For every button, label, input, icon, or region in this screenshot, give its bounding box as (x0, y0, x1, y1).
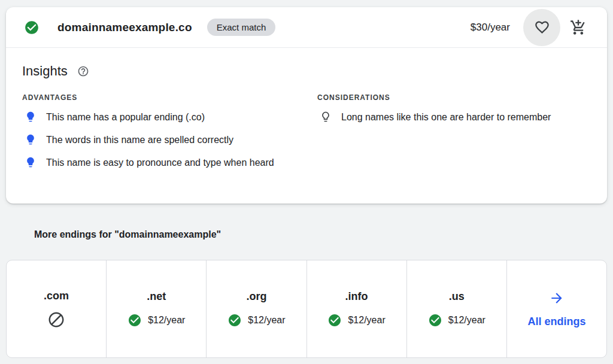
favorite-button[interactable] (523, 9, 560, 46)
available-check-icon (428, 313, 442, 327)
considerations-column: CONSIDERATIONS Long names like this one … (317, 93, 591, 170)
ending-card-net[interactable]: .net $12/year (106, 260, 206, 357)
more-endings-strip: .com .net $12/year .org $12/year (6, 260, 607, 358)
result-row: domainnameexample.co Exact match $30/yea… (6, 7, 607, 48)
available-check-icon (227, 313, 242, 327)
arrow-right-icon (549, 290, 565, 306)
domain-result-card: domainnameexample.co Exact match $30/yea… (6, 7, 607, 204)
exact-match-badge: Exact match (207, 19, 276, 36)
tld-label: .us (449, 290, 465, 303)
ending-card-org[interactable]: .org $12/year (206, 260, 306, 357)
advantages-column: ADVANTAGES This name has a popular endin… (22, 93, 317, 170)
tld-price: $12/year (148, 315, 185, 326)
tld-price: $12/year (248, 315, 285, 326)
all-endings-label: All endings (527, 316, 585, 328)
consideration-text: Long names like this one are harder to r… (341, 110, 551, 125)
add-shopping-cart-icon (570, 19, 587, 36)
insights-title: Insights (22, 63, 68, 79)
tld-label: .net (147, 290, 166, 303)
lightbulb-filled-icon (25, 111, 37, 123)
advantage-text: This name is easy to pronounce and type … (46, 156, 274, 170)
add-to-cart-button[interactable] (565, 14, 591, 41)
ending-card-info[interactable]: .info $12/year (306, 260, 406, 357)
blocked-icon (47, 311, 65, 329)
domain-name: domainnameexample.co (57, 21, 192, 34)
ending-card-us[interactable]: .us $12/year (406, 260, 506, 357)
tld-label: .com (44, 290, 69, 302)
considerations-label: CONSIDERATIONS (317, 93, 591, 102)
tld-price: $12/year (348, 315, 385, 326)
domain-price: $30/year (471, 22, 510, 34)
tld-label: .info (345, 290, 368, 303)
all-endings-button[interactable]: All endings (506, 260, 606, 357)
tld-label: .org (246, 290, 266, 303)
advantage-text: This name has a popular ending (.co) (46, 110, 205, 125)
available-check-icon (24, 20, 40, 35)
advantages-label: ADVANTAGES (22, 93, 317, 102)
ending-card-com: .com (7, 260, 106, 357)
more-endings-heading: More endings for "domainnameexample" (34, 229, 221, 240)
advantage-item: The words in this name are spelled corre… (22, 133, 317, 147)
heart-icon (534, 19, 550, 35)
available-check-icon (327, 313, 342, 327)
insights-help-button[interactable] (77, 65, 89, 77)
lightbulb-outline-icon (320, 111, 332, 123)
advantage-item: This name is easy to pronounce and type … (22, 156, 317, 170)
advantage-item: This name has a popular ending (.co) (22, 110, 317, 125)
help-circle-icon (77, 65, 89, 77)
insights-section: Insights ADVANTAGES This (6, 48, 607, 170)
consideration-item: Long names like this one are harder to r… (317, 110, 591, 125)
tld-price: $12/year (448, 315, 485, 326)
lightbulb-filled-icon (25, 134, 37, 145)
advantage-text: The words in this name are spelled corre… (46, 133, 233, 147)
lightbulb-filled-icon (25, 156, 37, 168)
available-check-icon (128, 313, 142, 327)
